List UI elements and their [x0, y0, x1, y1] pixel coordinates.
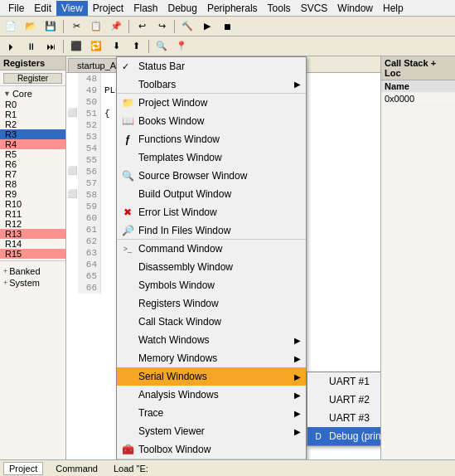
submenu-debug-printf[interactable]: D Debug (printf) Viewer — [307, 427, 380, 445]
menu-file[interactable]: File — [3, 1, 29, 16]
reg-r2[interactable]: R2 — [0, 119, 65, 129]
menu-help[interactable]: Help — [378, 1, 409, 16]
submenu-uart2[interactable]: UART #2 — [307, 391, 380, 409]
tree-core-label: Core — [12, 89, 32, 99]
reg-r9[interactable]: R9 — [0, 189, 65, 199]
line-num-59: 59 — [78, 201, 101, 212]
reg-r3-label: R3 — [5, 129, 17, 139]
menu-item-source-browser-label: Source Browser Window — [138, 170, 247, 182]
menu-item-templates-window[interactable]: Templates Window — [117, 148, 306, 167]
toolbar-new[interactable]: 📄 — [2, 18, 20, 35]
menu-item-disassembly[interactable]: Disassembly Window — [117, 258, 306, 276]
menu-debug[interactable]: Debug — [163, 1, 202, 16]
line-num-48: 48 — [78, 73, 101, 85]
toolbar-stop[interactable]: ⏹ — [218, 18, 236, 35]
toolbar2-btn4[interactable]: ⬛ — [67, 38, 85, 55]
menu-item-memory-windows[interactable]: Memory Windows ▶ — [117, 349, 306, 367]
menu-item-toolbox-window-label: Toolbox Window — [138, 444, 211, 455]
menu-item-system-viewer[interactable]: System Viewer ▶ — [117, 422, 306, 440]
menu-item-error-list[interactable]: ✖ Error List Window — [117, 203, 306, 221]
tree-root[interactable]: ▼ Core — [0, 88, 65, 100]
menu-svcs[interactable]: SVCS — [296, 1, 333, 16]
menu-item-symbols[interactable]: Symbols Window — [117, 276, 306, 294]
toolbar2-btn8[interactable]: 🔍 — [152, 38, 171, 55]
menu-peripherals[interactable]: Peripherals — [202, 1, 263, 16]
menubar: File Edit View Project Flash Debug Perip… — [0, 0, 455, 17]
toolbar2-btn5[interactable]: 🔁 — [87, 38, 105, 55]
menu-sep-before-periodic — [117, 459, 306, 459]
serial-submenu[interactable]: UART #1 UART #2 UART #3 D Debug (printf)… — [307, 372, 380, 446]
reg-r0-label: R0 — [5, 100, 17, 109]
submenu-uart3[interactable]: UART #3 — [307, 409, 380, 427]
menu-item-source-browser[interactable]: 🔍 Source Browser Window — [117, 167, 306, 185]
menu-edit[interactable]: Edit — [29, 1, 56, 16]
menu-window[interactable]: Window — [332, 1, 378, 16]
toolbar-debug[interactable]: ▶ — [198, 18, 216, 35]
toolbar-build[interactable]: 🔨 — [178, 18, 196, 35]
tree-system[interactable]: + System — [0, 277, 65, 289]
reg-r4[interactable]: R4 — [0, 139, 65, 149]
menu-item-command-window[interactable]: >_ Command Window — [117, 240, 306, 258]
reg-r11[interactable]: R11 — [0, 209, 65, 219]
reg-r8[interactable]: R8 — [0, 179, 65, 189]
reg-r15[interactable]: R15 — [0, 249, 65, 259]
reg-r7[interactable]: R7 — [0, 169, 65, 179]
toolbar2-btn1[interactable]: ⏵ — [2, 38, 20, 55]
menu-item-books-window[interactable]: 📖 Books Window — [117, 112, 306, 130]
toolbar-save[interactable]: 💾 — [41, 18, 60, 35]
toolbar2-btn6[interactable]: ⬇ — [107, 38, 125, 55]
reg-r1[interactable]: R1 — [0, 109, 65, 119]
menu-item-toolbars[interactable]: Toolbars ▶ — [117, 75, 306, 94]
view-dropdown[interactable]: ✓ Status Bar Toolbars ▶ 📁 Project Window… — [116, 56, 307, 459]
line-indicator-60 — [66, 212, 78, 224]
reg-r10[interactable]: R10 — [0, 199, 65, 209]
toolbar2-btn7[interactable]: ⬆ — [127, 38, 145, 55]
toolbar-cut[interactable]: ✂ — [67, 18, 85, 35]
menu-item-registers[interactable]: Registers Window — [117, 294, 306, 313]
menu-project[interactable]: Project — [88, 1, 128, 16]
menu-item-toolbox-window[interactable]: 🧰 Toolbox Window — [117, 440, 306, 459]
reg-r14[interactable]: R14 — [0, 239, 65, 249]
menu-item-find-in-files[interactable]: 🔎 Find In Files Window — [117, 221, 306, 240]
reg-r0[interactable]: R0 — [0, 100, 65, 109]
line-indicator-57 — [66, 177, 78, 189]
menu-item-serial-windows[interactable]: Serial Windows ▶ — [117, 367, 306, 386]
submenu-uart1[interactable]: UART #1 — [307, 372, 380, 391]
menu-item-status-bar[interactable]: ✓ Status Bar — [117, 57, 306, 75]
toolbar-open[interactable]: 📂 — [22, 18, 40, 35]
reg-r6[interactable]: R6 — [0, 159, 65, 169]
menu-item-find-in-files-label: Find In Files Window — [138, 225, 230, 236]
menu-item-build-output[interactable]: Build Output Window — [117, 185, 306, 203]
menu-item-analysis-windows[interactable]: Analysis Windows ▶ — [117, 386, 306, 404]
menu-item-functions-window[interactable]: ƒ Functions Window — [117, 130, 306, 148]
line-num-56: 56 — [78, 166, 101, 177]
uart3-icon — [311, 410, 326, 425]
reg-r3[interactable]: R3 — [0, 129, 65, 139]
tree-banked[interactable]: + Banked — [0, 265, 65, 277]
toolbar-undo[interactable]: ↩ — [133, 18, 151, 35]
bottom-tab-command[interactable]: Command — [50, 462, 104, 475]
menu-view[interactable]: View — [56, 1, 88, 16]
reg-r12[interactable]: R12 — [0, 219, 65, 229]
toolbar2-btn2[interactable]: ⏸ — [22, 38, 40, 55]
menu-item-watch-windows[interactable]: Watch Windows ▶ — [117, 331, 306, 349]
menu-item-trace[interactable]: Trace ▶ — [117, 404, 306, 422]
bottom-tab-project[interactable]: Project — [3, 462, 43, 475]
register-dropdown[interactable]: Register — [3, 73, 62, 84]
menu-item-system-viewer-label: System Viewer — [138, 425, 205, 437]
toolbar-paste[interactable]: 📌 — [107, 18, 125, 35]
menu-item-project-window[interactable]: 📁 Project Window — [117, 94, 306, 112]
reg-r13[interactable]: R13 — [0, 229, 65, 239]
menu-tools[interactable]: Tools — [263, 1, 296, 16]
menu-item-call-stack[interactable]: Call Stack Window — [117, 313, 306, 331]
toolbar2-btn3[interactable]: ⏭ — [41, 38, 60, 55]
debug-printf-icon: D — [311, 429, 326, 444]
reg-r5[interactable]: R5 — [0, 149, 65, 159]
line-indicator-52 — [66, 119, 78, 131]
reg-r14-label: R14 — [5, 239, 22, 249]
menu-flash[interactable]: Flash — [128, 1, 162, 16]
toolbar-copy[interactable]: 📋 — [87, 18, 105, 35]
toolbar-redo[interactable]: ↪ — [152, 18, 171, 35]
toolbar2-btn9[interactable]: 📍 — [172, 38, 191, 55]
disassembly-icon — [120, 260, 135, 274]
